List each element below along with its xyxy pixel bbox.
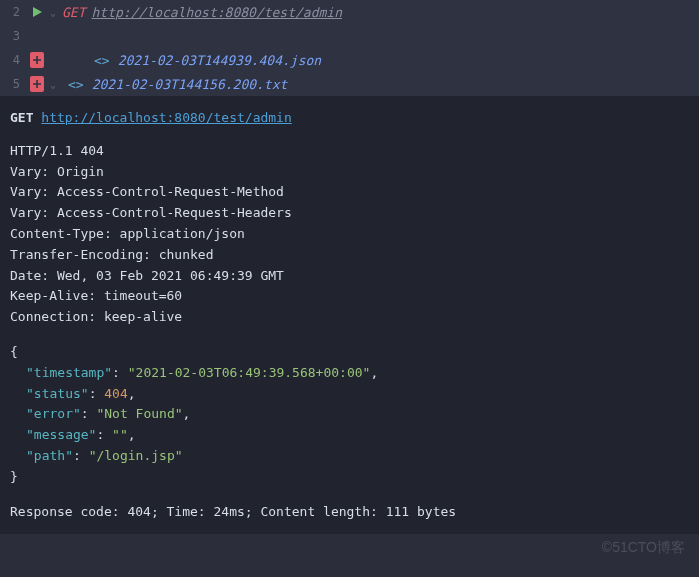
request-url[interactable]: http://localhost:8080/test/admin — [92, 5, 342, 20]
response-footer: Response code: 404; Time: 24ms; Content … — [10, 502, 689, 523]
line-number: 3 — [4, 29, 20, 43]
request-url-link[interactable]: http://localhost:8080/test/admin — [41, 110, 291, 125]
header-line: Transfer-Encoding: chunked — [10, 245, 689, 266]
json-row: "error": "Not Found", — [10, 404, 689, 425]
response-body: { "timestamp": "2021-02-03T06:49:39.568+… — [10, 342, 689, 488]
header-line: Vary: Origin — [10, 162, 689, 183]
diff-icon[interactable] — [28, 76, 46, 92]
run-icon[interactable] — [28, 6, 46, 18]
response-headers: HTTP/1.1 404 Vary: Origin Vary: Access-C… — [10, 141, 689, 328]
eye-icon[interactable]: <> — [68, 77, 84, 92]
fold-icon[interactable]: ⌄ — [50, 79, 56, 90]
line-number: 4 — [4, 53, 20, 67]
json-row: "timestamp": "2021-02-03T06:49:39.568+00… — [10, 363, 689, 384]
header-line: Vary: Access-Control-Request-Headers — [10, 203, 689, 224]
header-line: Connection: keep-alive — [10, 307, 689, 328]
diff-icon[interactable] — [28, 52, 46, 68]
response-file-link[interactable]: 2021-02-03T144939.404.json — [118, 53, 322, 68]
editor-line: 3 — [0, 24, 699, 48]
response-pane: GET http://localhost:8080/test/admin HTT… — [0, 96, 699, 534]
json-brace: } — [10, 467, 689, 488]
header-line: Vary: Access-Control-Request-Method — [10, 182, 689, 203]
fold-icon[interactable]: ⌄ — [50, 7, 56, 18]
editor-line[interactable]: 2 ⌄ GET http://localhost:8080/test/admin — [0, 0, 699, 24]
http-method: GET — [10, 110, 33, 125]
header-line: Keep-Alive: timeout=60 — [10, 286, 689, 307]
eye-icon[interactable]: <> — [94, 53, 110, 68]
header-line: Content-Type: application/json — [10, 224, 689, 245]
status-line: HTTP/1.1 404 — [10, 141, 689, 162]
json-brace: { — [10, 342, 689, 363]
http-method: GET — [62, 5, 85, 20]
watermark: ©51CTO博客 — [602, 539, 685, 557]
line-number: 5 — [4, 77, 20, 91]
header-line: Date: Wed, 03 Feb 2021 06:49:39 GMT — [10, 266, 689, 287]
json-row: "path": "/login.jsp" — [10, 446, 689, 467]
json-row: "message": "", — [10, 425, 689, 446]
request-summary: GET http://localhost:8080/test/admin — [10, 108, 689, 129]
editor-pane: 2 ⌄ GET http://localhost:8080/test/admin… — [0, 0, 699, 96]
json-row: "status": 404, — [10, 384, 689, 405]
editor-line[interactable]: 4 <> 2021-02-03T144939.404.json — [0, 48, 699, 72]
line-number: 2 — [4, 5, 20, 19]
response-file-link[interactable]: 2021-02-03T144156.200.txt — [92, 77, 288, 92]
svg-marker-0 — [33, 7, 42, 17]
editor-line[interactable]: 5 ⌄ <> 2021-02-03T144156.200.txt — [0, 72, 699, 96]
